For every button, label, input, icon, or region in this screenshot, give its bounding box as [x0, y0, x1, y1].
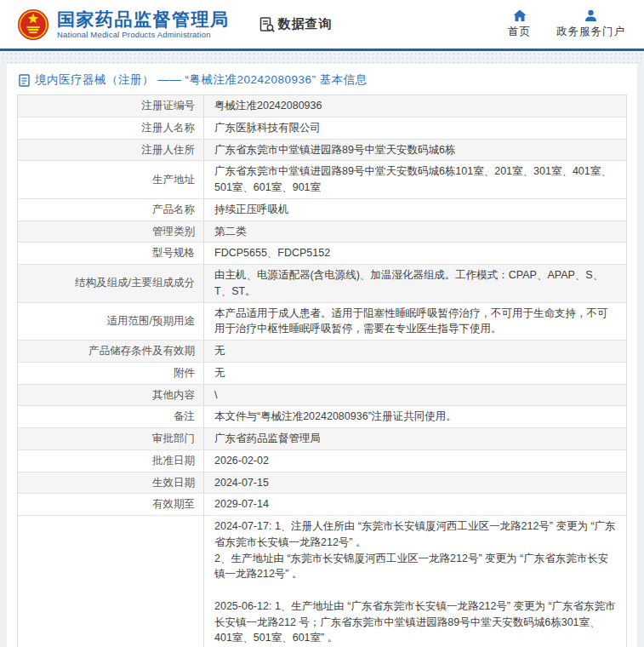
- row-label: 产品名称: [18, 199, 203, 220]
- row-label: 型号规格: [18, 243, 203, 264]
- table-row: 生效日期 2024-07-15: [18, 472, 626, 495]
- data-query-label: 数据查询: [278, 16, 333, 32]
- row-value: 2024-07-15: [203, 472, 626, 494]
- site-header: 国家药品监督管理局 National Medical Products Admi…: [0, 0, 644, 49]
- row-label: 其他内容: [18, 385, 203, 406]
- row-label: 有效期至: [18, 494, 203, 515]
- table-row: 批准日期 2026-02-02: [18, 450, 626, 472]
- row-label: 结构及组成/主要组成成分: [18, 265, 203, 302]
- nav-gov-portal-label: 政务服务门户: [556, 25, 625, 39]
- table-row: 注册人住所 广东省东莞市中堂镇进园路89号中堂天安数码城6栋: [18, 140, 626, 162]
- row-value: FDCP5655、FDCP5152: [203, 243, 626, 264]
- breadcrumb-text: 境内医疗器械（注册） —— “粤械注准20242080936” 基本信息: [35, 72, 368, 88]
- row-value: 2024-07-17: 1、注册人住所由 “东莞市长安镇厦河西工业区一龙路212…: [203, 516, 626, 647]
- table-row: 附件 无: [18, 363, 626, 385]
- home-icon: [513, 9, 527, 22]
- row-label: 产品储存条件及有效期: [18, 341, 203, 362]
- nav-home[interactable]: 首页: [508, 9, 531, 39]
- row-label: 批准日期: [18, 450, 203, 472]
- table-row: 管理类别 第二类: [18, 221, 626, 243]
- row-value: 无: [203, 363, 626, 384]
- content-card: 境内医疗器械（注册） —— “粤械注准20242080936” 基本信息 注册证…: [7, 64, 637, 647]
- table-row: 产品储存条件及有效期 无: [18, 341, 626, 363]
- row-value: 广东省东莞市中堂镇进园路89号中堂天安数码城6栋101室、201室、301室、4…: [203, 161, 626, 198]
- dotted-band: [0, 51, 644, 64]
- row-label: 变更情况: [18, 516, 203, 647]
- row-label: 注册证编号: [18, 95, 203, 117]
- row-label: 管理类别: [18, 221, 203, 243]
- nav-home-label: 首页: [508, 25, 531, 39]
- table-row: 有效期至 2029-07-14: [18, 494, 626, 516]
- row-value: 由主机、电源适配器(含电源线)、加温湿化器组成。工作模式：CPAP、APAP、S…: [203, 265, 626, 302]
- row-value: 广东省药品监督管理局: [203, 428, 626, 449]
- table-row: 注册证编号 粤械注准20242080936: [18, 95, 626, 117]
- row-value: 持续正压呼吸机: [203, 199, 626, 220]
- row-label: 生效日期: [18, 472, 203, 494]
- document-search-icon: [259, 16, 276, 33]
- row-label: 适用范围/预期用途: [18, 303, 203, 341]
- header-nav: 首页 政务服务门户: [508, 9, 625, 39]
- row-value: 2029-07-14: [203, 494, 626, 515]
- row-value: 广东医脉科技有限公司: [203, 117, 626, 139]
- table-row: 型号规格 FDCP5655、FDCP5152: [18, 243, 626, 265]
- row-value: 本产品适用于成人患者。适用于阻塞性睡眠呼吸暂停治疗，不可用于生命支持，不可用于治…: [203, 303, 626, 341]
- table-row: 生产地址 广东省东莞市中堂镇进园路89号中堂天安数码城6栋101室、201室、3…: [18, 161, 626, 199]
- data-query-tab[interactable]: 数据查询: [259, 16, 333, 33]
- row-value: 2026-02-02: [203, 450, 626, 472]
- row-value: \: [203, 385, 626, 406]
- table-row: 注册人名称 广东医脉科技有限公司: [18, 117, 626, 140]
- row-value: 广东省东莞市中堂镇进园路89号中堂天安数码城6栋: [203, 140, 626, 161]
- row-label: 生产地址: [18, 161, 203, 198]
- nav-gov-portal[interactable]: 政务服务门户: [556, 9, 625, 39]
- row-value: 第二类: [203, 221, 626, 243]
- user-icon: [584, 9, 597, 22]
- table-row: 产品名称 持续正压呼吸机: [18, 199, 626, 221]
- row-label: 附件: [18, 363, 203, 384]
- row-label: 注册人住所: [18, 140, 203, 161]
- row-value: 无: [203, 341, 626, 362]
- page-icon: [19, 74, 30, 87]
- table-row: 适用范围/预期用途 本产品适用于成人患者。适用于阻塞性睡眠呼吸暂停治疗，不可用于…: [18, 303, 626, 341]
- row-value: 粤械注准20242080936: [203, 95, 626, 117]
- row-label: 备注: [18, 406, 203, 427]
- table-row: 其他内容 \: [18, 385, 626, 407]
- site-logo: 国家药品监督管理局 National Medical Products Admi…: [17, 9, 230, 41]
- row-value: 本文件与“粤械注准20242080936”注册证共同使用。: [203, 406, 626, 427]
- table-row-change-history: 变更情况 2024-07-17: 1、注册人住所由 “东莞市长安镇厦河西工业区一…: [18, 516, 626, 647]
- site-title: 国家药品监督管理局: [57, 9, 230, 29]
- breadcrumb: 境内医疗器械（注册） —— “粤械注准20242080936” 基本信息: [7, 65, 637, 94]
- table-row: 备注 本文件与“粤械注准20242080936”注册证共同使用。: [18, 406, 626, 428]
- table-row: 结构及组成/主要组成成分 由主机、电源适配器(含电源线)、加温湿化器组成。工作模…: [18, 265, 626, 303]
- table-row: 审批部门 广东省药品监督管理局: [18, 428, 626, 450]
- national-emblem-icon: [17, 9, 49, 41]
- site-subtitle: National Medical Products Administration: [57, 31, 230, 39]
- registration-info-table: 注册证编号 粤械注准20242080936 注册人名称 广东医脉科技有限公司 注…: [17, 94, 627, 647]
- row-label: 审批部门: [18, 428, 203, 449]
- row-label: 注册人名称: [18, 117, 203, 139]
